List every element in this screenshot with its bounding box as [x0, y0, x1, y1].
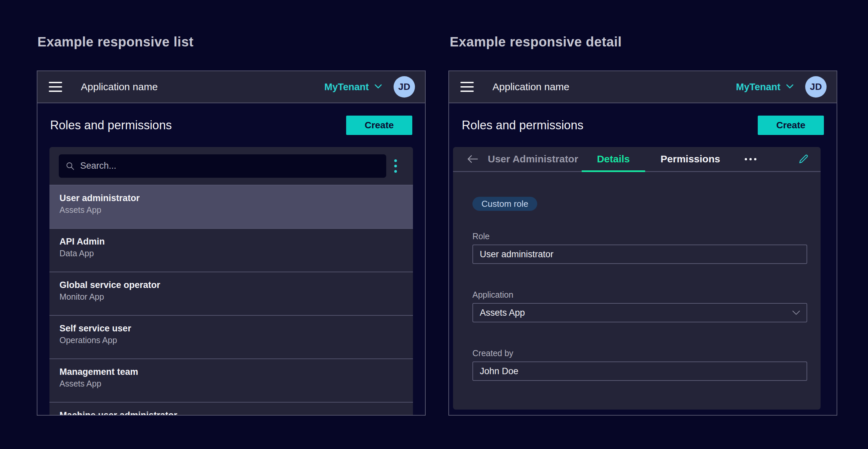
menu-icon[interactable] [49, 82, 62, 92]
back-button[interactable] [466, 154, 478, 164]
custom-role-badge: Custom role [472, 197, 537, 211]
tenant-label: MyTenant [324, 82, 369, 93]
list-page-head: Roles and permissions Create [37, 103, 425, 147]
field-label-role: Role [472, 231, 807, 241]
list-item[interactable]: Global service operator Monitor App [50, 271, 413, 315]
detail-header: User Administrator Details Permissions [453, 147, 820, 172]
role-detail-card: User Administrator Details Permissions C… [453, 147, 820, 410]
application-select[interactable]: Assets App [472, 303, 807, 322]
kebab-menu-icon[interactable] [386, 154, 405, 178]
list-item[interactable]: API Admin Data App [50, 228, 413, 271]
role-title: User administrator [59, 192, 403, 204]
page-title: Roles and permissions [462, 118, 583, 132]
tenant-selector[interactable]: MyTenant [736, 82, 794, 93]
search-input[interactable] [80, 161, 379, 171]
list-example-title: Example responsive list [37, 34, 193, 50]
role-subtitle: Operations App [59, 334, 403, 346]
avatar[interactable]: JD [394, 76, 415, 98]
edit-button[interactable] [798, 153, 809, 165]
role-title: Global service operator [59, 279, 403, 291]
tenant-label: MyTenant [736, 82, 780, 93]
list-item[interactable]: User administrator Assets App [50, 185, 413, 228]
canvas: Example responsive list Example responsi… [0, 0, 868, 449]
field-label-application: Application [472, 290, 807, 300]
page-title: Roles and permissions [50, 118, 172, 132]
app-title: Application name [493, 81, 569, 93]
overflow-menu-icon[interactable] [741, 147, 760, 171]
app-title: Application name [81, 81, 158, 93]
tab-label: Permissions [660, 153, 720, 165]
detail-example-panel: Application name MyTenant JD Roles and p… [448, 70, 837, 416]
create-button[interactable]: Create [758, 116, 824, 135]
role-subtitle: Data App [59, 248, 403, 259]
detail-role-title: User Administrator [488, 153, 578, 165]
list-example-panel: Application name MyTenant JD Roles and p… [37, 70, 426, 416]
chevron-down-icon [786, 84, 794, 90]
tab-label: Details [597, 153, 630, 165]
arrow-left-icon [466, 154, 478, 164]
tenant-selector[interactable]: MyTenant [324, 82, 382, 93]
app-bar: Application name MyTenant JD [449, 71, 837, 103]
detail-body: Custom role Role Application Assets App … [453, 172, 820, 410]
pencil-icon [798, 153, 809, 165]
search-icon [65, 161, 75, 171]
application-select-value: Assets App [480, 308, 525, 318]
detail-page-head: Roles and permissions Create [449, 103, 837, 147]
list-item[interactable]: Machine user administrator [50, 402, 413, 415]
chevron-down-icon [792, 310, 801, 315]
role-title: Machine user administrator [59, 409, 403, 415]
avatar[interactable]: JD [805, 76, 827, 98]
role-subtitle: Assets App [59, 378, 403, 389]
created-by-input[interactable] [472, 361, 807, 381]
chevron-down-icon [374, 84, 382, 90]
app-bar: Application name MyTenant JD [37, 71, 425, 103]
tab-details[interactable]: Details [582, 147, 645, 171]
menu-icon[interactable] [460, 82, 474, 92]
field-label-created-by: Created by [472, 348, 807, 358]
detail-example-title: Example responsive detail [450, 34, 622, 50]
role-subtitle: Monitor App [59, 291, 403, 302]
search-row [50, 147, 413, 185]
search-box[interactable] [59, 154, 386, 178]
role-input[interactable] [472, 245, 807, 264]
create-button[interactable]: Create [346, 116, 412, 135]
tab-permissions[interactable]: Permissions [645, 147, 735, 171]
list-item[interactable]: Management team Assets App [50, 358, 413, 402]
roles-list-card: User administrator Assets App API Admin … [50, 147, 413, 415]
list-item[interactable]: Self service user Operations App [50, 315, 413, 358]
role-title: Management team [59, 366, 403, 378]
active-tab-underline [582, 170, 645, 172]
role-title: API Admin [59, 235, 403, 248]
role-subtitle: Assets App [59, 204, 403, 216]
role-title: Self service user [59, 322, 403, 334]
